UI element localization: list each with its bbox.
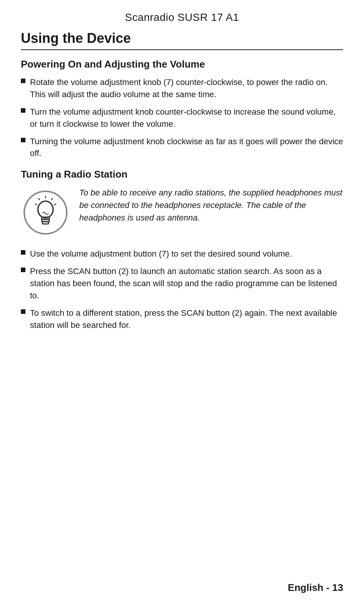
bottom-bullet-square-3 bbox=[21, 309, 25, 314]
powering-subtitle: Powering On and Adjusting the Volume bbox=[21, 58, 343, 70]
tuning-info-text: To be able to receive any radio stations… bbox=[79, 186, 343, 224]
svg-line-6 bbox=[35, 204, 37, 205]
bullet-text-3: Turning the volume adjustment knob clock… bbox=[30, 135, 343, 160]
tuning-content: To be able to receive any radio stations… bbox=[21, 186, 343, 237]
bottom-bullet-text-2: Press the SCAN button (2) to launch an a… bbox=[30, 265, 343, 302]
svg-point-1 bbox=[38, 201, 53, 218]
bullet-item-3: Turning the volume adjustment knob clock… bbox=[21, 135, 343, 160]
bullet-text-2: Turn the volume adjustment knob counter-… bbox=[30, 106, 343, 130]
bottom-bullet-item-3: To switch to a different station, press … bbox=[21, 307, 343, 331]
lightbulb-svg bbox=[23, 190, 68, 235]
svg-line-3 bbox=[51, 198, 53, 200]
bullet-text-1: Rotate the volume adjustment knob (7) co… bbox=[30, 76, 343, 101]
svg-line-4 bbox=[38, 198, 40, 200]
bullet-item-1: Rotate the volume adjustment knob (7) co… bbox=[21, 76, 343, 101]
svg-rect-9 bbox=[42, 222, 49, 224]
bottom-bullet-square-2 bbox=[21, 268, 25, 272]
lightbulb-icon bbox=[21, 188, 70, 237]
bottom-bullet-square-1 bbox=[21, 250, 25, 255]
bullet-item-2: Turn the volume adjustment knob counter-… bbox=[21, 106, 343, 130]
header-title: Scanradio SUSR 17 A1 bbox=[21, 11, 343, 24]
bottom-bullets-section: Use the volume adjustment button (7) to … bbox=[21, 248, 343, 331]
tuning-section: Tuning a Radio Station bbox=[21, 169, 343, 237]
bottom-bullet-text-1: Use the volume adjustment button (7) to … bbox=[30, 248, 343, 260]
main-section-title: Using the Device bbox=[21, 30, 343, 50]
footer-language: English - 13 bbox=[288, 582, 343, 594]
bottom-bullet-text-3: To switch to a different station, press … bbox=[30, 307, 343, 331]
page-container: Scanradio SUSR 17 A1 Using the Device Po… bbox=[0, 0, 364, 605]
bottom-bullet-item-1: Use the volume adjustment button (7) to … bbox=[21, 248, 343, 260]
bottom-bullet-item-2: Press the SCAN button (2) to launch an a… bbox=[21, 265, 343, 302]
tuning-title: Tuning a Radio Station bbox=[21, 169, 343, 180]
bullet-square-3 bbox=[21, 138, 25, 142]
bullet-square-2 bbox=[21, 108, 25, 113]
bullet-square-1 bbox=[21, 79, 25, 83]
svg-line-5 bbox=[54, 204, 56, 205]
